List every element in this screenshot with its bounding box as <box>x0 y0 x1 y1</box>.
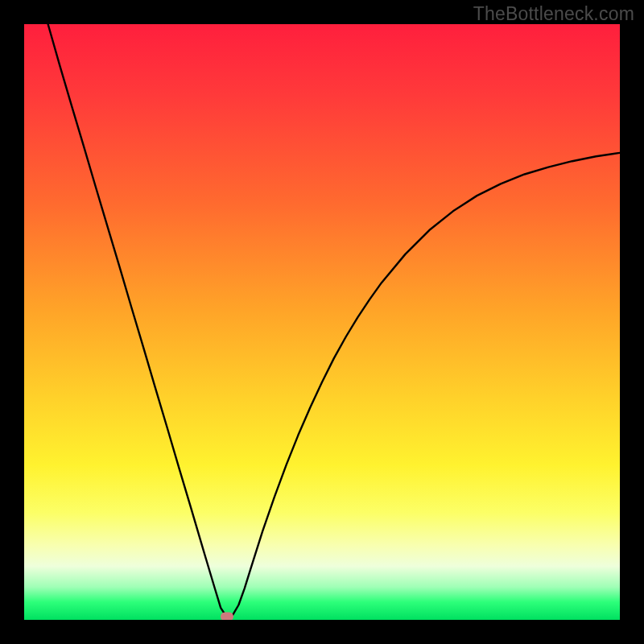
optimal-marker <box>221 613 233 620</box>
plot-area <box>24 24 620 620</box>
watermark-text: TheBottleneck.com <box>473 3 634 25</box>
bottleneck-curve <box>24 24 620 620</box>
chart-container: TheBottleneck.com <box>0 0 644 644</box>
